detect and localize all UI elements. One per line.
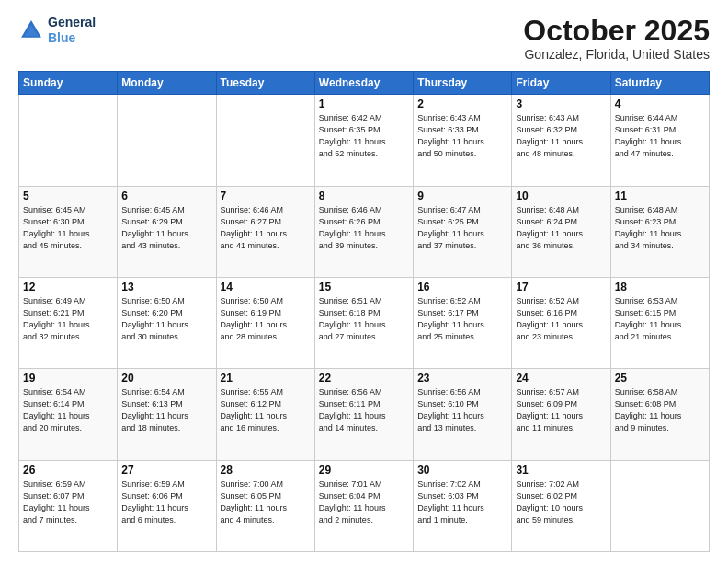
day-number: 12 [23,281,113,293]
calendar-week-5: 26Sunrise: 6:59 AMSunset: 6:07 PMDayligh… [19,460,710,551]
logo: General Blue [18,15,96,46]
day-number: 27 [121,464,211,477]
day-number: 22 [319,372,409,385]
day-number: 2 [417,98,507,110]
calendar-cell [216,95,314,186]
day-number: 7 [221,190,311,202]
cell-content: Sunrise: 6:47 AMSunset: 6:25 PMDaylight:… [417,204,507,252]
cell-content: Sunrise: 6:46 AMSunset: 6:26 PMDaylight:… [319,204,409,252]
calendar-cell: 8Sunrise: 6:46 AMSunset: 6:26 PMDaylight… [314,186,413,277]
day-number: 16 [417,281,507,293]
cell-content: Sunrise: 6:48 AMSunset: 6:24 PMDaylight:… [516,204,606,252]
title-block: October 2025 Gonzalez, Florida, United S… [523,15,710,62]
day-number: 24 [516,372,606,385]
day-number: 19 [23,372,113,385]
location-title: Gonzalez, Florida, United States [523,47,710,62]
calendar-cell: 27Sunrise: 6:59 AMSunset: 6:06 PMDayligh… [118,460,216,551]
col-sunday: Sunday [19,72,118,95]
cell-content: Sunrise: 6:50 AMSunset: 6:19 PMDaylight:… [221,295,311,343]
calendar-cell: 17Sunrise: 6:52 AMSunset: 6:16 PMDayligh… [512,277,610,368]
cell-content: Sunrise: 6:54 AMSunset: 6:14 PMDaylight:… [23,386,113,434]
col-thursday: Thursday [414,72,512,95]
calendar-cell: 28Sunrise: 7:00 AMSunset: 6:05 PMDayligh… [216,460,314,551]
header: General Blue October 2025 Gonzalez, Flor… [18,15,710,62]
calendar-cell [610,460,709,551]
col-tuesday: Tuesday [216,72,314,95]
calendar-cell: 23Sunrise: 6:56 AMSunset: 6:10 PMDayligh… [414,369,512,460]
day-number: 8 [319,190,409,202]
calendar-cell: 3Sunrise: 6:43 AMSunset: 6:32 PMDaylight… [512,95,610,186]
month-title: October 2025 [523,15,710,47]
col-wednesday: Wednesday [314,72,413,95]
calendar-cell: 24Sunrise: 6:57 AMSunset: 6:09 PMDayligh… [512,369,610,460]
cell-content: Sunrise: 7:01 AMSunset: 6:04 PMDaylight:… [319,478,409,526]
cell-content: Sunrise: 6:46 AMSunset: 6:27 PMDaylight:… [221,204,311,252]
calendar-cell: 9Sunrise: 6:47 AMSunset: 6:25 PMDaylight… [414,186,512,277]
col-friday: Friday [512,72,610,95]
calendar-cell: 11Sunrise: 6:48 AMSunset: 6:23 PMDayligh… [610,186,709,277]
day-number: 20 [121,372,211,385]
calendar-cell: 16Sunrise: 6:52 AMSunset: 6:17 PMDayligh… [414,277,512,368]
cell-content: Sunrise: 6:45 AMSunset: 6:30 PMDaylight:… [23,204,113,252]
calendar: Sunday Monday Tuesday Wednesday Thursday… [18,71,710,552]
logo-line1: General [48,15,96,30]
calendar-cell: 6Sunrise: 6:45 AMSunset: 6:29 PMDaylight… [118,186,216,277]
calendar-cell: 18Sunrise: 6:53 AMSunset: 6:15 PMDayligh… [610,277,709,368]
calendar-cell: 20Sunrise: 6:54 AMSunset: 6:13 PMDayligh… [118,369,216,460]
page: General Blue October 2025 Gonzalez, Flor… [0,0,728,563]
calendar-cell: 10Sunrise: 6:48 AMSunset: 6:24 PMDayligh… [512,186,610,277]
cell-content: Sunrise: 6:51 AMSunset: 6:18 PMDaylight:… [319,295,409,343]
calendar-cell: 5Sunrise: 6:45 AMSunset: 6:30 PMDaylight… [19,186,118,277]
logo-text: General Blue [48,15,96,46]
day-number: 9 [417,190,507,202]
day-number: 30 [417,464,507,477]
calendar-cell: 12Sunrise: 6:49 AMSunset: 6:21 PMDayligh… [19,277,118,368]
day-number: 1 [319,98,409,110]
day-number: 4 [615,98,705,110]
cell-content: Sunrise: 6:59 AMSunset: 6:06 PMDaylight:… [121,478,211,526]
cell-content: Sunrise: 6:56 AMSunset: 6:10 PMDaylight:… [417,386,507,434]
calendar-cell: 26Sunrise: 6:59 AMSunset: 6:07 PMDayligh… [19,460,118,551]
col-saturday: Saturday [610,72,709,95]
calendar-cell: 31Sunrise: 7:02 AMSunset: 6:02 PMDayligh… [512,460,610,551]
calendar-cell: 7Sunrise: 6:46 AMSunset: 6:27 PMDaylight… [216,186,314,277]
calendar-cell: 22Sunrise: 6:56 AMSunset: 6:11 PMDayligh… [314,369,413,460]
calendar-cell: 25Sunrise: 6:58 AMSunset: 6:08 PMDayligh… [610,369,709,460]
calendar-week-3: 12Sunrise: 6:49 AMSunset: 6:21 PMDayligh… [19,277,710,368]
calendar-cell: 21Sunrise: 6:55 AMSunset: 6:12 PMDayligh… [216,369,314,460]
day-number: 23 [417,372,507,385]
cell-content: Sunrise: 6:56 AMSunset: 6:11 PMDaylight:… [319,386,409,434]
day-number: 15 [319,281,409,293]
cell-content: Sunrise: 6:52 AMSunset: 6:17 PMDaylight:… [417,295,507,343]
day-number: 26 [23,464,113,477]
cell-content: Sunrise: 7:00 AMSunset: 6:05 PMDaylight:… [221,478,311,526]
day-number: 25 [615,372,705,385]
cell-content: Sunrise: 7:02 AMSunset: 6:03 PMDaylight:… [417,478,507,526]
cell-content: Sunrise: 6:59 AMSunset: 6:07 PMDaylight:… [23,478,113,526]
day-number: 17 [516,281,606,293]
calendar-cell: 30Sunrise: 7:02 AMSunset: 6:03 PMDayligh… [414,460,512,551]
calendar-week-1: 1Sunrise: 6:42 AMSunset: 6:35 PMDaylight… [19,95,710,186]
cell-content: Sunrise: 6:49 AMSunset: 6:21 PMDaylight:… [23,295,113,343]
calendar-week-4: 19Sunrise: 6:54 AMSunset: 6:14 PMDayligh… [19,369,710,460]
day-number: 28 [221,464,311,477]
calendar-cell: 1Sunrise: 6:42 AMSunset: 6:35 PMDaylight… [314,95,413,186]
cell-content: Sunrise: 6:50 AMSunset: 6:20 PMDaylight:… [121,295,211,343]
cell-content: Sunrise: 6:58 AMSunset: 6:08 PMDaylight:… [615,386,705,434]
day-number: 13 [121,281,211,293]
day-number: 10 [516,190,606,202]
calendar-cell: 2Sunrise: 6:43 AMSunset: 6:33 PMDaylight… [414,95,512,186]
logo-line2: Blue [48,30,96,46]
cell-content: Sunrise: 6:42 AMSunset: 6:35 PMDaylight:… [319,112,409,160]
day-number: 31 [516,464,606,477]
day-number: 29 [319,464,409,477]
calendar-cell: 13Sunrise: 6:50 AMSunset: 6:20 PMDayligh… [118,277,216,368]
calendar-cell [19,95,118,186]
cell-content: Sunrise: 6:54 AMSunset: 6:13 PMDaylight:… [121,386,211,434]
cell-content: Sunrise: 6:57 AMSunset: 6:09 PMDaylight:… [516,386,606,434]
calendar-cell: 4Sunrise: 6:44 AMSunset: 6:31 PMDaylight… [610,95,709,186]
col-monday: Monday [118,72,216,95]
day-number: 5 [23,190,113,202]
calendar-cell: 29Sunrise: 7:01 AMSunset: 6:04 PMDayligh… [314,460,413,551]
cell-content: Sunrise: 6:44 AMSunset: 6:31 PMDaylight:… [615,112,705,160]
